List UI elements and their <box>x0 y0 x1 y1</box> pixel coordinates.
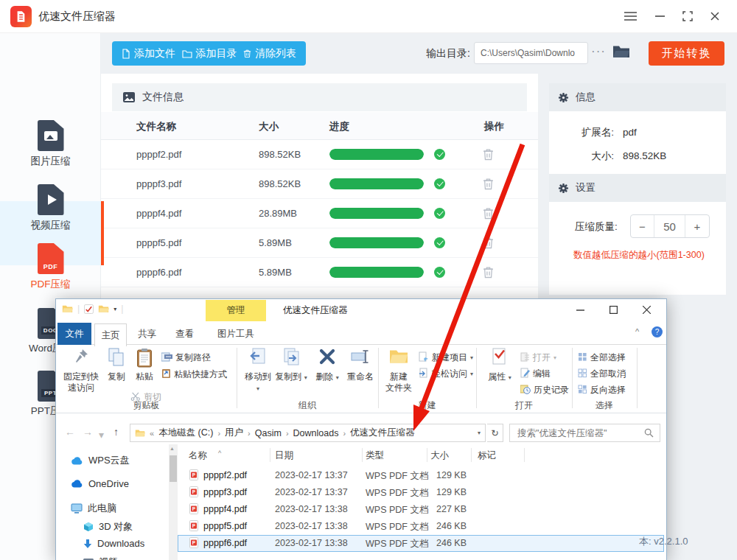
nav-item-videos[interactable]: 视频 <box>83 556 118 560</box>
tab-home[interactable]: 主页 <box>94 323 127 346</box>
col-name[interactable]: 名称 <box>189 449 207 462</box>
refresh-icon[interactable]: ↻ <box>487 424 503 442</box>
tab-view[interactable]: 查看 <box>168 323 201 345</box>
folder-icon[interactable] <box>62 304 73 313</box>
move-to-button[interactable]: 移动到 ▾ <box>242 348 273 394</box>
start-convert-button[interactable]: 开始转换 <box>649 41 724 66</box>
rename-button[interactable]: 重命名 <box>343 348 377 382</box>
new-folder-button[interactable]: 新建 文件夹 <box>383 348 415 393</box>
edit-button[interactable]: 编辑 <box>520 368 551 380</box>
col-type[interactable]: 类型 <box>366 449 384 462</box>
breadcrumb-crumb[interactable]: Downloads <box>293 428 339 438</box>
explorer-file-row[interactable]: P ppppf2.pdf 2023-02-17 13:37 WPS PDF 文档… <box>178 467 664 484</box>
menu-icon[interactable] <box>621 7 639 25</box>
search-input[interactable] <box>516 427 644 439</box>
explorer-file-name: ppppf3.pdf <box>203 487 247 497</box>
breadcrumb-crumb[interactable]: 优速文件压缩器 <box>350 427 415 439</box>
sidebar-item-video-compress[interactable]: 视频压缩 <box>0 184 101 232</box>
forward-icon[interactable]: → <box>83 426 93 438</box>
delete-file-button[interactable] <box>483 236 494 251</box>
file-list-header: 名称 ^ 日期 类型 大小 标记 <box>178 447 664 464</box>
explorer-file-row[interactable]: P ppppf4.pdf 2023-02-17 13:38 WPS PDF 文档… <box>178 501 664 518</box>
back-icon[interactable]: ← <box>65 426 75 438</box>
help-icon[interactable]: ? <box>652 326 663 337</box>
properties-button[interactable]: 属性 ▾ <box>485 348 514 383</box>
maximize-icon[interactable] <box>679 7 696 25</box>
sidebar-active-bar <box>101 201 104 265</box>
col-date[interactable]: 日期 <box>275 449 293 462</box>
nav-item-onedrive[interactable]: OneDrive <box>71 478 129 489</box>
address-dropdown-icon[interactable]: ▾ <box>478 430 481 436</box>
col-size[interactable]: 大小 <box>430 449 449 462</box>
easy-access-button[interactable]: 轻松访问 ▾ <box>419 368 473 380</box>
pin-quick-access-button[interactable]: 固定到快速访问 <box>60 348 102 393</box>
delete-file-button[interactable] <box>483 177 494 192</box>
minimize-icon[interactable] <box>651 7 668 25</box>
delete-file-button[interactable] <box>483 265 494 281</box>
copy-button[interactable]: 复制 <box>103 348 130 382</box>
search-icon[interactable] <box>644 428 654 438</box>
explorer-file-row[interactable]: P ppppf6.pdf 2023-02-17 13:38 WPS PDF 文档… <box>178 535 664 552</box>
explorer-file-size: 129 KB <box>422 470 467 480</box>
add-file-button[interactable]: 添加文件 <box>122 47 175 60</box>
check-icon[interactable] <box>84 304 94 314</box>
sidebar-item-pdf-compress[interactable]: PDF PDF压缩 <box>0 243 101 291</box>
file-name: ppppf5.pdf <box>136 237 181 248</box>
add-folder-button[interactable]: 添加目录 <box>182 47 237 60</box>
ribbon-collapse-icon[interactable]: ^ <box>635 327 639 336</box>
paste-shortcut-button[interactable]: 粘贴快捷方式 <box>161 368 227 381</box>
copy-to-button[interactable]: 复制到 ▾ <box>275 348 307 383</box>
manage-tab[interactable]: 管理 <box>206 300 266 321</box>
clear-list-button[interactable]: 清除列表 <box>243 47 296 60</box>
tab-file[interactable]: 文件 <box>57 323 91 345</box>
nav-item-downloads[interactable]: Downloads <box>83 538 144 549</box>
quality-increase-button[interactable]: + <box>685 215 709 237</box>
explorer-file-row[interactable]: P ppppf3.pdf 2023-02-17 13:37 WPS PDF 文档… <box>178 484 664 501</box>
copy-path-button[interactable]: 复制路径 <box>161 351 211 364</box>
nav-item-3d-objects[interactable]: 3D 对象 <box>83 520 133 533</box>
explorer-search <box>509 424 660 442</box>
browse-more-button[interactable]: ··· <box>591 44 606 59</box>
select-none-button[interactable]: 全部取消 <box>578 368 626 380</box>
col-tags[interactable]: 标记 <box>478 449 496 462</box>
tab-share[interactable]: 共享 <box>130 323 164 345</box>
invert-selection-button[interactable]: 反向选择 <box>578 384 626 396</box>
sidebar-item-image-compress[interactable]: 图片压缩 <box>0 120 101 168</box>
quality-value[interactable]: 50 <box>654 215 685 237</box>
scroll-up-icon[interactable]: ▲ <box>170 446 175 451</box>
computer-icon <box>71 503 83 514</box>
qat-dropdown-icon[interactable]: ▾ <box>113 306 116 312</box>
explorer-close-icon[interactable] <box>631 299 662 321</box>
paste-button[interactable]: 粘贴 <box>130 348 158 382</box>
breadcrumb-crumb[interactable]: 用户 <box>225 427 243 439</box>
breadcrumb-crumb[interactable]: 本地磁盘 (C:) <box>158 427 213 439</box>
explorer-file-row[interactable]: P ppppf5.pdf 2023-02-17 13:38 WPS PDF 文档… <box>178 518 664 535</box>
group-select: 选择 <box>572 399 637 412</box>
explorer-minimize-icon[interactable] <box>565 299 595 321</box>
file-row: ppppf5.pdf 5.89MB <box>101 228 538 258</box>
delete-button[interactable]: 删除 ▾ <box>313 348 341 383</box>
nav-scrollbar[interactable]: ▲ <box>169 444 178 560</box>
nav-item-wps-cloud[interactable]: WPS云盘 <box>71 454 130 467</box>
select-all-button[interactable]: 全部选择 <box>578 351 626 364</box>
quality-decrease-button[interactable]: − <box>631 215 654 237</box>
delete-file-button[interactable] <box>483 147 494 163</box>
up-icon[interactable]: ↑ <box>113 426 119 438</box>
tab-picture-tools[interactable]: 图片工具 <box>206 323 266 345</box>
history-button[interactable]: 历史记录 <box>520 384 569 396</box>
open-button[interactable]: 打开 ▾ <box>520 351 556 364</box>
scrollbar-thumb[interactable] <box>170 455 177 482</box>
history-dropdown-icon[interactable]: ▾ <box>99 429 104 441</box>
open-folder-icon[interactable] <box>613 45 629 60</box>
nav-item-this-pc[interactable]: 此电脑 <box>71 502 116 515</box>
explorer-title: 优速文件压缩器 <box>283 304 348 317</box>
folder-icon[interactable] <box>98 304 109 313</box>
new-item-button[interactable]: 新建项目 ▾ <box>419 351 473 364</box>
col-file-name: 文件名称 <box>136 120 176 133</box>
delete-file-button[interactable] <box>483 206 494 222</box>
file-row: ppppf2.pdf 898.52KB <box>101 140 538 169</box>
explorer-maximize-icon[interactable] <box>598 299 629 321</box>
breadcrumb-crumb[interactable]: Qasim <box>255 428 282 438</box>
output-dir-input[interactable] <box>474 42 588 64</box>
close-icon[interactable] <box>706 7 724 25</box>
